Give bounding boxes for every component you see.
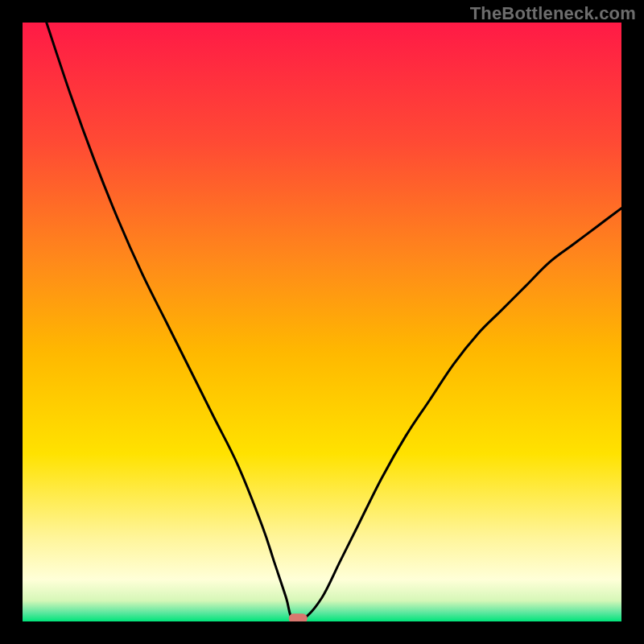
chart-frame: TheBottleneck.com: [0, 0, 644, 644]
gradient-background: [23, 23, 621, 621]
bottleneck-chart: [23, 23, 621, 621]
plot-area: [23, 23, 621, 621]
watermark-text: TheBottleneck.com: [470, 3, 636, 24]
optimal-point-marker: [289, 614, 307, 621]
